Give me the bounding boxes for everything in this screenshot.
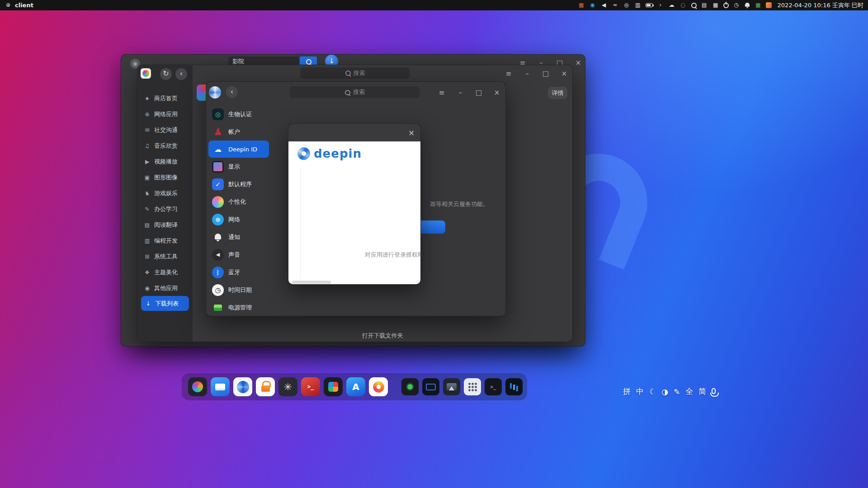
store-nav-item[interactable]: ◉其他应用 xyxy=(137,280,193,296)
store-nav-item[interactable]: ♞游戏娱乐 xyxy=(137,185,193,201)
network-tray-icon[interactable]: ≈ xyxy=(612,0,619,10)
menu-button[interactable]: ≡ xyxy=(504,69,513,78)
dock-gallery[interactable] xyxy=(443,378,460,395)
store-nav-item[interactable]: ✎办公学习 xyxy=(137,201,193,217)
half-width-icon[interactable]: ◑ xyxy=(661,387,668,396)
close-icon[interactable]: × xyxy=(406,128,416,138)
dock-draw[interactable] xyxy=(369,377,388,396)
nav-label: 图形图像 xyxy=(154,174,178,182)
volume-tray-icon[interactable]: ◀ xyxy=(600,0,608,10)
horizontal-scrollbar[interactable] xyxy=(292,281,331,284)
dock-music[interactable] xyxy=(324,377,343,396)
close-button[interactable]: × xyxy=(560,69,569,78)
launcher-tray-icon[interactable]: ▦ xyxy=(755,0,762,10)
settings-search-field[interactable]: 搜索 xyxy=(290,86,420,98)
weather-tray-icon[interactable]: ☁ xyxy=(668,0,675,10)
dock-screen-recorder[interactable] xyxy=(401,378,419,395)
messenger-tray-icon[interactable]: ◉ xyxy=(589,0,596,10)
active-app-name[interactable]: client xyxy=(15,2,33,9)
back-button[interactable]: ‹ xyxy=(226,86,238,98)
speaker-icon: ◀ xyxy=(212,249,224,261)
item-label: 声音 xyxy=(228,251,240,259)
store-nav-item-downloads[interactable]: ↓下载列表 xyxy=(141,296,189,311)
recorder-tray-icon[interactable]: ◌ xyxy=(679,0,687,10)
night-mode-tray-icon[interactable]: ◎ xyxy=(623,0,630,10)
sidebar-item-accounts[interactable]: ♟帐户 xyxy=(206,123,278,141)
dock-terminal[interactable]: >_ xyxy=(301,377,320,396)
minimize-button[interactable]: – xyxy=(456,88,465,97)
clock-tray-icon[interactable]: ◷ xyxy=(733,0,740,10)
games-icon: ♞ xyxy=(144,190,151,197)
dock-control-center[interactable]: ✳ xyxy=(278,377,297,396)
sidebar-item-display[interactable]: 显示 xyxy=(206,158,278,175)
search-tray-icon[interactable] xyxy=(691,2,697,8)
store-nav-item[interactable]: ▣图形图像 xyxy=(137,169,193,185)
store-nav-item[interactable]: ▥编程开发 xyxy=(137,233,193,249)
sidebar-item-network[interactable]: ⊕网络 xyxy=(206,211,278,228)
refresh-button[interactable]: ↻ xyxy=(160,68,172,80)
dock-file-manager[interactable] xyxy=(211,377,230,396)
store-nav-item[interactable]: ▤阅读翻译 xyxy=(137,217,193,233)
home-icon: ★ xyxy=(144,95,151,102)
nav-label: 视频播放 xyxy=(154,158,178,166)
menu-button[interactable]: ≡ xyxy=(437,88,446,97)
ime-status-bar: 拼 中 ☾ ◑ ✎ 全 简 xyxy=(623,386,716,397)
open-download-folder-link[interactable]: 打开下载文件夹 xyxy=(193,332,572,340)
dock-movie[interactable] xyxy=(422,378,439,395)
pinyin-indicator[interactable]: 拼 xyxy=(623,386,631,397)
onscreen-keyboard-tray-icon[interactable]: ▤ xyxy=(701,0,708,10)
keyboard-backlight-tray-icon[interactable]: ▥ xyxy=(634,0,642,10)
item-label: 个性化 xyxy=(228,198,246,206)
store-nav-item[interactable]: ⊞系统工具 xyxy=(137,249,193,264)
back-button[interactable]: ‹ xyxy=(175,68,187,80)
fullwidth-indicator[interactable]: 全 xyxy=(685,386,693,397)
updates-tray-icon[interactable]: ▦ xyxy=(578,0,585,10)
store-nav-item[interactable]: ❖主题美化 xyxy=(137,264,193,280)
handwriting-icon[interactable]: ✎ xyxy=(674,387,680,396)
dock-browser[interactable] xyxy=(233,377,252,396)
account-icon: ♟ xyxy=(212,126,224,138)
store-nav-item[interactable]: ⊕网络应用 xyxy=(137,106,193,122)
sidebar-item-notification[interactable]: 通知 xyxy=(206,228,278,246)
dock-launcher[interactable] xyxy=(188,377,207,396)
tray-expand-icon[interactable]: › xyxy=(657,0,664,10)
detail-button[interactable]: 详情 xyxy=(548,87,567,99)
minimize-button[interactable]: – xyxy=(523,69,532,78)
store-nav-item[interactable]: ♫音乐欣赏 xyxy=(137,138,193,154)
workspace-tray-icon[interactable]: ▦ xyxy=(712,0,719,10)
power-tray-icon[interactable] xyxy=(723,3,729,8)
chinese-mode-indicator[interactable]: 中 xyxy=(636,386,644,397)
store-sidebar: ★商店首页 ⊕网络应用 ✉社交沟通 ♫音乐欣赏 ▶视频播放 ▣图形图像 ♞游戏娱… xyxy=(137,65,193,342)
dock-dev-terminal[interactable]: >_ xyxy=(485,378,502,395)
sidebar-item-default-apps[interactable]: ✓默认程序 xyxy=(206,175,278,193)
dock-system-monitor[interactable] xyxy=(505,378,523,395)
maximize-button[interactable]: □ xyxy=(474,88,483,97)
ime-tray-icon[interactable] xyxy=(766,2,772,8)
moon-icon[interactable]: ☾ xyxy=(649,387,656,396)
simplified-indicator[interactable]: 简 xyxy=(698,386,706,397)
sidebar-item-datetime[interactable]: ◷时间日期 xyxy=(206,281,278,299)
sidebar-item-biometric[interactable]: ◎生物认证 xyxy=(206,105,278,123)
close-button[interactable]: × xyxy=(574,58,583,67)
others-icon: ◉ xyxy=(144,285,151,291)
sidebar-item-personalization[interactable]: 个性化 xyxy=(206,193,278,211)
system-clock[interactable]: 2022-04-20 10:16 壬寅年 巳时 xyxy=(778,1,863,9)
store-nav-item[interactable]: ★商店首页 xyxy=(137,90,193,106)
dock-downloader[interactable]: A xyxy=(346,377,365,396)
deepin-id-login-dialog[interactable]: × deepin 对应用进行登录授权时发 xyxy=(288,123,421,285)
microphone-icon[interactable] xyxy=(712,388,716,394)
close-button[interactable]: × xyxy=(492,88,501,97)
dock-calculator[interactable] xyxy=(464,378,481,395)
sidebar-item-bluetooth[interactable]: ᛒ蓝牙 xyxy=(206,263,278,281)
sidebar-item-sound[interactable]: ◀声音 xyxy=(206,246,278,263)
store-nav-item[interactable]: ▶视频播放 xyxy=(137,154,193,169)
sidebar-item-power[interactable]: 电源管理 xyxy=(206,299,278,316)
maximize-button[interactable]: □ xyxy=(541,69,550,78)
sidebar-item-deepin-id[interactable]: ☁Deepin ID xyxy=(208,141,269,158)
battery-tray-icon[interactable] xyxy=(646,3,653,7)
dock-app-store[interactable] xyxy=(256,377,275,396)
store-nav-item[interactable]: ✉社交沟通 xyxy=(137,122,193,138)
distro-menu-icon[interactable]: ⊕ xyxy=(5,0,12,10)
store-search-field[interactable]: 搜索 xyxy=(300,67,410,79)
notification-tray-icon[interactable] xyxy=(744,2,750,9)
